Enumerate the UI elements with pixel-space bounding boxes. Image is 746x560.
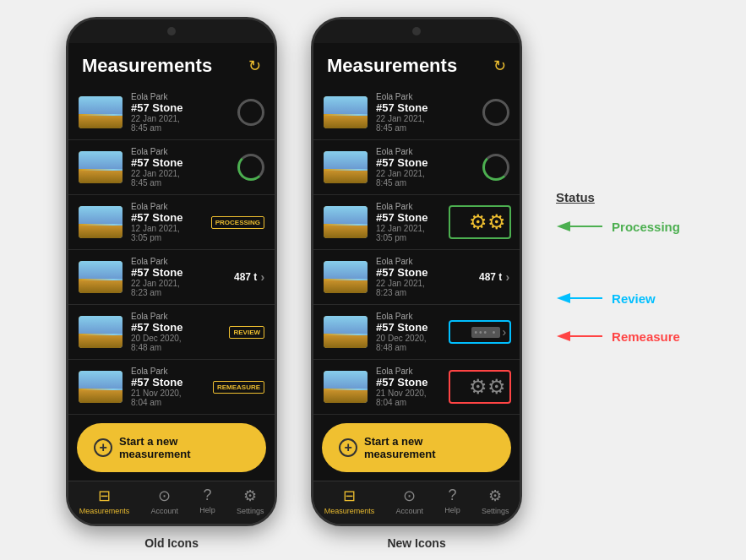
screen-header-new: Measurements ↻ [313,43,520,85]
list-item[interactable]: Eola Park #57 Stone 12 Jan 2021, 3:05 pm… [68,195,275,250]
item-date: 22 Jan 2021, 8:45 am [376,169,442,188]
list-item[interactable]: Eola Park #57 Stone 22 Jan 2021, 8:23 am… [313,250,520,305]
item-status [450,154,509,181]
item-status [205,154,264,181]
item-info: Eola Park #57 Stone 21 Nov 2020, 8:04 am [376,367,442,407]
item-location: Eola Park [131,257,197,266]
refresh-icon-new[interactable]: ↻ [493,57,506,75]
list-item[interactable]: Eola Park #57 Stone 20 Dec 2020, 8:48 am… [68,305,275,360]
phone-label-new: New Icons [387,536,445,550]
status-label: Status [556,190,595,204]
item-status-review: ••• • › [450,322,509,342]
item-date: 20 Dec 2020, 8:48 am [131,334,197,352]
nav-item-help[interactable]: ? Help [199,487,215,515]
item-location: Eola Park [376,147,442,156]
item-date: 22 Jan 2021, 8:45 am [131,114,197,133]
status-badge-remeasure: REMEASURE [213,381,264,394]
start-new-measurement-button-new[interactable]: + Start a new measurement [322,423,511,472]
item-location: Eola Park [376,257,442,266]
item-location: Eola Park [376,92,442,101]
remeasure-label: Remeasure [612,329,680,344]
list-item[interactable]: Eola Park #57 Stone 21 Nov 2020, 8:04 am… [313,360,520,415]
nav-label-account: Account [150,507,178,515]
item-thumbnail [79,316,123,348]
status-result: 487 t › [234,270,264,284]
refresh-icon-old[interactable]: ↻ [248,57,261,75]
list-item[interactable]: Eola Park #57 Stone 22 Jan 2021, 8:45 am [313,140,520,195]
nav-item-settings[interactable]: ⚙ Settings [237,487,264,515]
screen-header-old: Measurements ↻ [68,43,275,85]
annotation-status: Status [556,190,680,204]
item-status [450,99,509,126]
start-button-label: Start a new measurement [119,435,249,460]
nav-item-help[interactable]: ? Help [444,487,460,515]
item-thumbnail [324,316,368,348]
item-date: 22 Jan 2021, 8:45 am [376,114,442,133]
nav-item-measurements[interactable]: ⊟ Measurements [79,487,130,515]
item-status: REVIEW [205,326,264,339]
item-name: #57 Stone [131,321,197,334]
nav-item-account[interactable]: ⊙ Account [150,487,178,515]
camera-dot-old [167,27,176,35]
phone-top-bar-old [68,19,275,43]
measurement-list-new: Eola Park #57 Stone 22 Jan 2021, 8:45 am… [313,85,520,415]
result-text: 487 t [479,271,502,283]
item-status: REMEASURE [205,381,264,394]
list-item[interactable]: Eola Park #57 Stone 20 Dec 2020, 8:48 am… [313,305,520,360]
item-thumbnail [79,371,123,403]
item-status: 487 t › [205,270,264,284]
item-date: 20 Dec 2020, 8:48 am [376,334,442,352]
camera-dot-new [412,27,421,35]
item-name: #57 Stone [376,266,442,279]
settings-nav-icon: ⚙ [488,487,502,505]
nav-label-help: Help [444,506,460,514]
start-new-measurement-button[interactable]: + Start a new measurement [77,423,266,472]
list-item[interactable]: Eola Park #57 Stone 22 Jan 2021, 8:23 am… [68,250,275,305]
item-info: Eola Park #57 Stone 20 Dec 2020, 8:48 am [131,312,197,352]
item-info: Eola Park #57 Stone 22 Jan 2021, 8:23 am [376,257,442,297]
gear-yellow-icon: ⚙⚙ [469,210,506,234]
item-info: Eola Park #57 Stone 22 Jan 2021, 8:45 am [376,92,442,133]
help-nav-icon: ? [448,487,456,504]
list-item[interactable]: Eola Park #57 Stone 21 Nov 2020, 8:04 am… [68,360,275,415]
nav-item-settings[interactable]: ⚙ Settings [482,487,509,515]
status-circle-progress [482,154,509,181]
new-icons-phone: Measurements ↻ Eola Park #57 Stone 22 Ja… [311,17,522,526]
item-status [205,99,264,126]
list-item[interactable]: Eola Park #57 Stone 22 Jan 2021, 8:45 am [68,140,275,195]
item-status-remeasure: ⚙⚙ [450,372,509,402]
nav-item-account[interactable]: ⊙ Account [395,487,423,515]
item-name: #57 Stone [131,101,197,114]
item-thumbnail [324,206,368,238]
item-name: #57 Stone [376,376,442,389]
nav-label-settings: Settings [482,507,509,515]
item-thumbnail [79,206,123,238]
item-name: #57 Stone [131,211,197,224]
item-thumbnail [324,151,368,183]
item-location: Eola Park [376,202,442,211]
result-text: 487 t [234,271,257,283]
item-location: Eola Park [131,147,197,156]
item-location: Eola Park [131,367,197,376]
item-location: Eola Park [376,312,442,321]
item-info: Eola Park #57 Stone 22 Jan 2021, 8:45 am [131,92,197,133]
chevron-right-icon: › [260,270,264,284]
status-circle-empty [482,99,509,126]
item-info: Eola Park #57 Stone 22 Jan 2021, 8:45 am [376,147,442,188]
nav-label-settings: Settings [237,507,264,515]
measurements-nav-icon: ⊟ [98,487,111,505]
item-date: 22 Jan 2021, 8:23 am [376,279,442,297]
item-location: Eola Park [376,367,442,376]
item-info: Eola Park #57 Stone 21 Nov 2020, 8:04 am [131,367,197,407]
list-item[interactable]: Eola Park #57 Stone 22 Jan 2021, 8:45 am [313,85,520,140]
old-icons-phone: Measurements ↻ Eola Park #57 Stone 22 Ja… [66,17,277,526]
list-item[interactable]: Eola Park #57 Stone 12 Jan 2021, 3:05 pm… [313,195,520,250]
item-info: Eola Park #57 Stone 22 Jan 2021, 8:45 am [131,147,197,188]
screen-title-new: Measurements [327,55,457,77]
review-arrow [556,291,607,305]
main-container: Measurements ↻ Eola Park #57 Stone 22 Ja… [49,0,697,560]
list-item[interactable]: Eola Park #57 Stone 22 Jan 2021, 8:45 am [68,85,275,140]
status-circle-empty [237,99,264,126]
settings-nav-icon: ⚙ [243,487,257,505]
nav-item-measurements[interactable]: ⊟ Measurements [324,487,375,515]
